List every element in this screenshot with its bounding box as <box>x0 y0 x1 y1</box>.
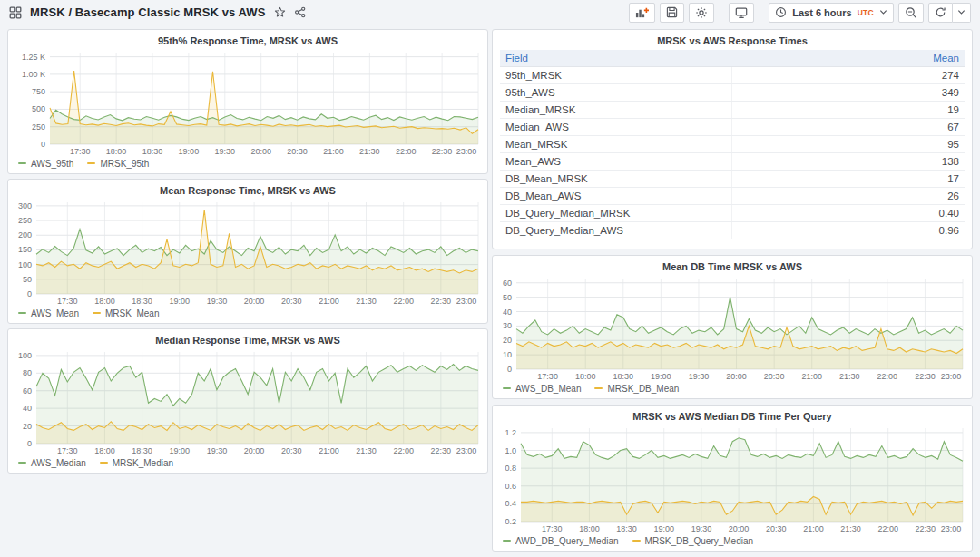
svg-text:300: 300 <box>18 201 32 210</box>
time-series-plot[interactable]: 17:3018:0018:3019:0019:3020:0020:3021:00… <box>15 48 480 156</box>
svg-text:20:00: 20:00 <box>729 524 750 533</box>
time-series-plot[interactable]: 17:3018:0018:3019:0019:3020:0020:3021:00… <box>15 198 480 306</box>
svg-text:18:00: 18:00 <box>94 446 115 455</box>
legend-swatch-icon <box>18 162 26 164</box>
svg-text:21:00: 21:00 <box>318 297 339 306</box>
legend-item-MRSK_DB_Query_Median[interactable]: MRSK_DB_Query_Median <box>632 536 754 546</box>
time-range-picker[interactable]: Last 6 hours UTC <box>769 3 894 23</box>
legend-swatch-icon <box>503 540 511 542</box>
column-header-mean[interactable]: Mean <box>732 53 965 64</box>
cycle-view-mode-button[interactable] <box>729 3 754 23</box>
svg-text:18:30: 18:30 <box>132 297 152 306</box>
svg-text:0.6: 0.6 <box>505 482 516 491</box>
dashboards-grid-icon[interactable] <box>9 6 22 19</box>
legend-item-MRSK_Mean[interactable]: MRSK_Mean <box>93 308 159 318</box>
legend-swatch-icon <box>594 387 603 389</box>
table-row: 95th_AWS349 <box>500 84 965 102</box>
panel-title[interactable]: Median Response Time, MRSK vs AWS <box>15 332 480 347</box>
svg-text:22:30: 22:30 <box>916 524 936 533</box>
panel-title[interactable]: MRSK vs AWS Response Times <box>500 33 965 48</box>
add-panel-button[interactable] <box>629 3 655 23</box>
svg-text:20:00: 20:00 <box>250 147 271 156</box>
legend-item-AWS_Mean[interactable]: AWS_Mean <box>18 308 79 318</box>
svg-text:80: 80 <box>23 368 32 377</box>
svg-text:500: 500 <box>32 104 45 113</box>
field-cell: DB_Mean_AWS <box>500 188 732 204</box>
share-icon[interactable] <box>294 6 306 18</box>
legend-item-MRSK_DB_Mean[interactable]: MRSK_DB_Mean <box>594 384 679 394</box>
legend-item-AWS_DB_Mean[interactable]: AWS_DB_Mean <box>503 384 581 394</box>
table-row: Mean_AWS138 <box>500 153 965 171</box>
svg-text:60: 60 <box>503 278 512 288</box>
star-icon[interactable] <box>274 6 286 18</box>
svg-text:17:30: 17:30 <box>57 446 78 455</box>
svg-text:40: 40 <box>503 308 512 317</box>
svg-text:21:00: 21:00 <box>801 372 822 381</box>
svg-text:21:30: 21:30 <box>359 147 380 156</box>
svg-text:19:30: 19:30 <box>207 446 228 455</box>
panel-mean-response-time: Mean Response Time, MRSK vs AWS 17:3018:… <box>7 179 488 324</box>
time-series-plot[interactable]: 17:3018:0018:3019:0019:3020:0020:3021:00… <box>500 274 965 381</box>
panel-mean-db-time: Mean DB Time MRSK vs AWS 17:3018:0018:30… <box>492 255 973 399</box>
refresh-button[interactable] <box>928 3 953 23</box>
svg-text:19:00: 19:00 <box>651 372 671 381</box>
legend-label: AWS_DB_Mean <box>515 384 581 394</box>
time-series-plot[interactable]: 17:3018:0018:3019:0019:3020:0020:3021:00… <box>15 347 480 455</box>
field-cell: 95th_AWS <box>500 84 732 101</box>
refresh-interval-dropdown[interactable] <box>953 3 971 23</box>
svg-text:20:30: 20:30 <box>766 524 787 533</box>
svg-text:21:30: 21:30 <box>356 446 377 455</box>
legend-label: MRSK_95th <box>100 159 149 169</box>
svg-text:50: 50 <box>23 275 32 284</box>
svg-text:21:00: 21:00 <box>318 446 339 455</box>
legend-label: MRSK_Mean <box>105 308 159 318</box>
legend-item-AWS_95th[interactable]: AWS_95th <box>18 159 74 169</box>
mean-cell: 26 <box>732 191 965 201</box>
save-dashboard-button[interactable] <box>660 3 684 23</box>
mean-cell: 138 <box>732 156 965 167</box>
legend-swatch-icon <box>503 387 511 389</box>
svg-text:20:30: 20:30 <box>287 147 308 156</box>
svg-text:23:00: 23:00 <box>456 147 477 156</box>
panel-title[interactable]: 95th% Response Time, MRSK vs AWS <box>15 33 480 48</box>
svg-text:20:00: 20:00 <box>244 297 265 306</box>
legend-label: MRSK_Median <box>113 458 173 468</box>
panel-title[interactable]: Mean DB Time MRSK vs AWS <box>500 259 965 274</box>
svg-text:18:30: 18:30 <box>132 446 152 455</box>
svg-text:21:30: 21:30 <box>839 372 860 381</box>
panel-title[interactable]: MRSK vs AWS Median DB Time Per Query <box>500 408 965 424</box>
table-header-row: Field Mean <box>500 50 965 67</box>
svg-text:19:00: 19:00 <box>653 524 674 533</box>
svg-text:1.00 K: 1.00 K <box>22 70 45 79</box>
legend-label: MRSK_DB_Query_Median <box>645 536 754 546</box>
svg-text:22:30: 22:30 <box>431 297 452 306</box>
svg-text:18:30: 18:30 <box>142 147 163 156</box>
legend-item-AWD_DB_Query_Median[interactable]: AWD_DB_Query_Median <box>503 536 619 546</box>
legend-item-MRSK_Median[interactable]: MRSK_Median <box>100 458 173 468</box>
dashboard-settings-button[interactable] <box>689 3 714 23</box>
svg-text:23:00: 23:00 <box>941 524 962 533</box>
legend-label: AWS_Mean <box>31 308 79 318</box>
legend-item-MRSK_95th[interactable]: MRSK_95th <box>87 159 149 169</box>
legend-label: AWD_DB_Query_Median <box>515 536 619 546</box>
panel-title[interactable]: Mean Response Time, MRSK vs AWS <box>15 182 480 198</box>
panel-response-times-table: MRSK vs AWS Response Times Field Mean 95… <box>492 29 973 249</box>
svg-text:21:00: 21:00 <box>803 524 824 533</box>
panel-95th-response-time: 95th% Response Time, MRSK vs AWS 17:3018… <box>7 29 488 174</box>
zoom-out-button[interactable] <box>898 3 924 23</box>
legend-item-AWS_Median[interactable]: AWS_Median <box>18 458 86 468</box>
chevron-down-icon <box>879 8 887 16</box>
svg-text:22:00: 22:00 <box>393 446 414 455</box>
legend-swatch-icon <box>18 462 26 464</box>
table-row: DB_Query_Median_AWS0.96 <box>500 222 965 239</box>
svg-text:17:30: 17:30 <box>537 372 558 381</box>
clock-icon <box>775 6 787 18</box>
svg-text:1.2: 1.2 <box>505 428 516 437</box>
svg-text:18:00: 18:00 <box>575 372 596 381</box>
column-header-field[interactable]: Field <box>500 53 732 64</box>
svg-text:30: 30 <box>503 321 512 330</box>
svg-text:22:00: 22:00 <box>877 372 898 381</box>
dashboard-title: MRSK / Basecamp Classic MRSK vs AWS <box>30 5 266 19</box>
legend-swatch-icon <box>87 162 95 164</box>
time-series-plot[interactable]: 17:3018:0018:3019:0019:3020:0020:3021:00… <box>500 424 965 533</box>
